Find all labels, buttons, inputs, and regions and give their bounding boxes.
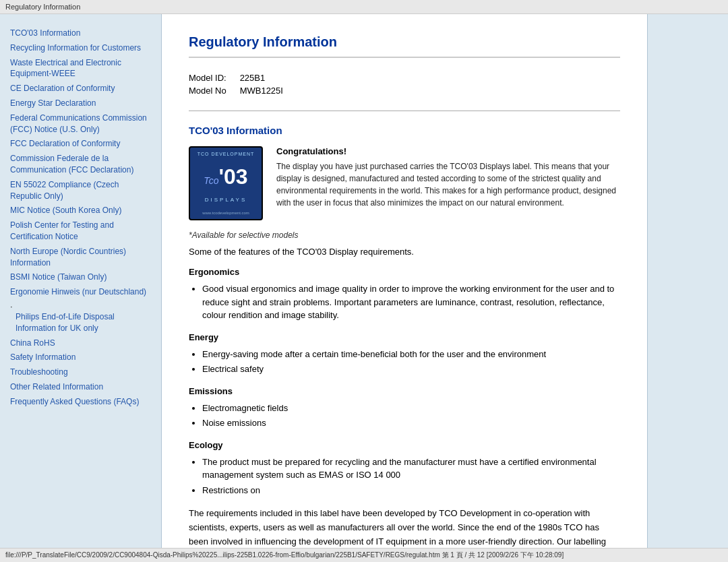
ecology-item-1: The product must be prepared for recycli… bbox=[202, 456, 620, 482]
congrats-title: Congratulations! bbox=[276, 146, 620, 156]
sidebar-link-ergonomie[interactable]: Ergonomie Hinweis (nur Deutschland) bbox=[10, 286, 151, 298]
tco-box: TCO development Tco '03 DISPLAYS www.tco… bbox=[189, 146, 620, 220]
features-text: Some of the features of the TCO'03 Displ… bbox=[189, 247, 620, 257]
ergonomics-item-1: Good visual ergonomics and image quality… bbox=[202, 282, 620, 322]
emissions-item-1: Electromagnetic fields bbox=[202, 402, 620, 415]
right-panel bbox=[647, 14, 728, 562]
sidebar-link-bsmi[interactable]: BSMI Notice (Taiwan Only) bbox=[10, 272, 151, 283]
sidebar: TCO'03 InformationRecycling Information … bbox=[0, 14, 162, 562]
ecology-list: The product must be prepared for recycli… bbox=[202, 456, 620, 497]
sidebar-link-comm-fed[interactable]: Commission Federale de la Communication … bbox=[10, 153, 151, 176]
tco-number: '03 bbox=[218, 164, 247, 189]
energy-item-2: Electrical safety bbox=[202, 363, 620, 376]
sidebar-link-safety[interactable]: Safety Information bbox=[10, 352, 151, 363]
tco-text-block: Congratulations! The display you have ju… bbox=[276, 146, 620, 220]
model-id-value: 225B1 bbox=[240, 71, 297, 84]
status-bar: file:///P/P_TranslateFile/CC9/2009/2/CC9… bbox=[0, 548, 728, 562]
divider bbox=[189, 111, 620, 111]
emissions-list: Electromagnetic fields Noise emissions bbox=[202, 402, 620, 430]
italic-note: *Available for selective models bbox=[189, 230, 620, 240]
tco-displays-text: DISPLAYS bbox=[205, 197, 247, 203]
model-no-value: MWB1225I bbox=[240, 84, 297, 97]
sidebar-link-north-europe[interactable]: North Europe (Nordic Countries) Informat… bbox=[10, 246, 151, 269]
sidebar-link-en55022[interactable]: EN 55022 Compliance (Czech Republic Only… bbox=[10, 179, 151, 202]
sidebar-link-faqs[interactable]: Frequently Asked Questions (FAQs) bbox=[10, 396, 151, 408]
energy-title: Energy bbox=[189, 332, 620, 342]
ergonomics-title: Ergonomics bbox=[189, 267, 620, 277]
sidebar-link-polish[interactable]: Polish Center for Testing and Certificat… bbox=[10, 220, 151, 243]
tco-apostrophe: Tco bbox=[204, 175, 218, 186]
congrats-text: The display you have just purchased carr… bbox=[276, 160, 620, 209]
sidebar-link-fcc-decl[interactable]: FCC Declaration of Conformity bbox=[10, 138, 151, 150]
model-id-label: Model ID: bbox=[189, 71, 240, 84]
sidebar-link-mic[interactable]: MIC Notice (South Korea Only) bbox=[10, 205, 151, 216]
sidebar-link-recycling[interactable]: Recycling Information for Customers bbox=[10, 42, 151, 54]
page-title: Regulatory Information bbox=[189, 34, 620, 58]
energy-list: Energy-saving mode after a certain time-… bbox=[202, 348, 620, 376]
title-bar-text: Regulatory Information bbox=[0, 0, 728, 14]
sidebar-link-other[interactable]: Other Related Information bbox=[10, 381, 151, 393]
model-no-label: Model No bbox=[189, 84, 240, 97]
sidebar-link-philips[interactable]: Philips End-of-Life Disposal Information… bbox=[16, 311, 151, 334]
ecology-title: Ecology bbox=[189, 440, 620, 450]
tco-dev-text: TCO development bbox=[198, 152, 255, 156]
sidebar-link-weee[interactable]: Waste Electrical and Electronic Equipmen… bbox=[10, 57, 151, 80]
emissions-item-2: Noise emissions bbox=[202, 416, 620, 430]
title-bar: Regulatory Information bbox=[0, 0, 728, 14]
main-content: Regulatory Information Model ID: 225B1 M… bbox=[162, 14, 647, 562]
tco-logo: TCO development Tco '03 DISPLAYS www.tco… bbox=[189, 146, 263, 220]
model-info: Model ID: 225B1 Model No MWB1225I bbox=[189, 71, 620, 97]
ergonomics-list: Good visual ergonomics and image quality… bbox=[202, 282, 620, 322]
sidebar-link-ce[interactable]: CE Declaration of Conformity bbox=[10, 83, 151, 94]
ecology-item-2: Restrictions on bbox=[202, 484, 620, 497]
sidebar-link-troubleshoot[interactable]: Troubleshooting bbox=[10, 367, 151, 378]
sidebar-link-energy-star[interactable]: Energy Star Declaration bbox=[10, 98, 151, 109]
emissions-title: Emissions bbox=[189, 386, 620, 396]
sidebar-link-tco03[interactable]: TCO'03 Information bbox=[10, 28, 151, 39]
sidebar-link-china-rohs[interactable]: China RoHS bbox=[10, 338, 151, 349]
sidebar-link-fcc[interactable]: Federal Communications Commission (FCC) … bbox=[10, 113, 151, 135]
tco-website-text: www.tcodevelopment.com bbox=[202, 211, 249, 215]
tco03-section-title: TCO'03 Information bbox=[189, 125, 620, 136]
energy-item-1: Energy-saving mode after a certain time-… bbox=[202, 348, 620, 361]
